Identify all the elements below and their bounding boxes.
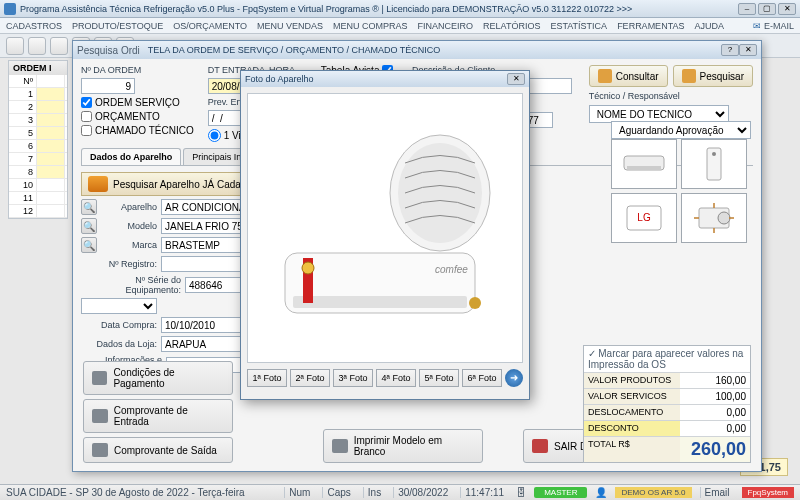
status-master: MASTER bbox=[534, 487, 587, 498]
chk-chamado[interactable]: CHAMADO TÉCNICO bbox=[81, 125, 194, 136]
chk-ordem-servico[interactable]: ORDEM SERVIÇO bbox=[81, 97, 194, 108]
status-ins: Ins bbox=[363, 487, 385, 498]
statusbar: SUA CIDADE - SP 30 de Agosto de 2022 - T… bbox=[0, 484, 800, 500]
toolbar-btn-1[interactable] bbox=[6, 37, 24, 55]
menu-ferramentas[interactable]: FERRAMENTAS bbox=[617, 21, 684, 31]
pesquisar-button[interactable]: Pesquisar bbox=[673, 65, 753, 87]
dialog-title: TELA DA ORDEM DE SERVIÇO / ORÇAMENTO / C… bbox=[148, 45, 721, 55]
photo-btn-3[interactable]: 3ª Foto bbox=[333, 369, 373, 387]
marca-lookup-icon[interactable]: 🔍 bbox=[81, 237, 97, 253]
photo-modal-title: Foto do Aparelho bbox=[245, 74, 507, 84]
minimize-button[interactable]: – bbox=[738, 3, 756, 15]
printer-icon bbox=[332, 439, 348, 453]
svg-rect-1 bbox=[627, 166, 661, 169]
thumb-3[interactable]: LG bbox=[611, 193, 677, 243]
app-title: Programa Assistência Técnica Refrigeraçã… bbox=[20, 4, 738, 14]
thumb-1[interactable] bbox=[611, 139, 677, 189]
menu-cadastros[interactable]: CADASTROS bbox=[6, 21, 62, 31]
search-icon bbox=[598, 69, 612, 83]
search-icon bbox=[682, 69, 696, 83]
photo-image: comfee bbox=[247, 93, 523, 363]
status-email[interactable]: Email bbox=[700, 487, 734, 498]
toolbar-btn-2[interactable] bbox=[28, 37, 46, 55]
thumbnail-grid: LG bbox=[611, 139, 751, 243]
order-no-label: Nº DA ORDEM bbox=[81, 65, 194, 75]
thumb-2[interactable] bbox=[681, 139, 747, 189]
ac-icon bbox=[88, 176, 108, 192]
photo-btn-6[interactable]: 6ª Foto bbox=[462, 369, 502, 387]
photo-next-arrow-icon[interactable]: ➜ bbox=[505, 369, 523, 387]
menu-ajuda[interactable]: AJUDA bbox=[694, 21, 724, 31]
svg-point-7 bbox=[718, 212, 730, 224]
desconto: 0,00 bbox=[680, 421, 750, 436]
photo-close-button[interactable]: ✕ bbox=[507, 73, 525, 85]
dialog-help-button[interactable]: ? bbox=[721, 44, 739, 56]
totals-print-check[interactable]: ✓ bbox=[588, 348, 596, 359]
email-button[interactable]: ✉ E-MAIL bbox=[753, 21, 794, 31]
svg-text:LG: LG bbox=[637, 212, 651, 223]
photo-btn-5[interactable]: 5ª Foto bbox=[419, 369, 459, 387]
status-select[interactable]: Aguardando Aprovação bbox=[611, 121, 751, 139]
maximize-button[interactable]: ▢ bbox=[758, 3, 776, 15]
search-order-label: Pesquisa Ordi bbox=[77, 45, 140, 56]
modelo-lookup-icon[interactable]: 🔍 bbox=[81, 218, 97, 234]
status-db-icon: 🗄 bbox=[516, 487, 526, 498]
close-button[interactable]: ✕ bbox=[778, 3, 796, 15]
deslocamento: 0,00 bbox=[680, 405, 750, 420]
thumb-4[interactable] bbox=[681, 193, 747, 243]
menu-produto[interactable]: PRODUTO/ESTOQUE bbox=[72, 21, 163, 31]
tecnico-label: Técnico / Responsável bbox=[589, 91, 753, 101]
menu-vendas[interactable]: MENU VENDAS bbox=[257, 21, 323, 31]
status-date: 30/08/2022 bbox=[393, 487, 452, 498]
status-user-icon: 👤 bbox=[595, 487, 607, 498]
app-icon bbox=[4, 3, 16, 15]
photo-modal: Foto do Aparelho ✕ comfee 1ª Foto 2ª Fot… bbox=[240, 70, 530, 400]
comprovante-entrada-button[interactable]: Comprovante de Entrada bbox=[83, 399, 233, 433]
photo-btn-4[interactable]: 4ª Foto bbox=[376, 369, 416, 387]
receipt-in-icon bbox=[92, 409, 108, 423]
aparelho-lookup-icon[interactable]: 🔍 bbox=[81, 199, 97, 215]
exit-icon bbox=[532, 439, 548, 453]
status-caps: Caps bbox=[322, 487, 354, 498]
menu-compras[interactable]: MENU COMPRAS bbox=[333, 21, 408, 31]
imprimir-branco-button[interactable]: Imprimir Modelo em Branco bbox=[323, 429, 483, 463]
menu-financeiro[interactable]: FINANCEIRO bbox=[418, 21, 474, 31]
svg-point-3 bbox=[712, 152, 716, 156]
menu-os[interactable]: OS/ORÇAMENTO bbox=[173, 21, 247, 31]
valor-produtos: 160,00 bbox=[680, 373, 750, 388]
menu-relatorios[interactable]: RELATÓRIOS bbox=[483, 21, 540, 31]
order-no-input[interactable] bbox=[81, 78, 135, 94]
status-location: SUA CIDADE - SP 30 de Agosto de 2022 - T… bbox=[6, 487, 245, 498]
toolbar-btn-3[interactable] bbox=[50, 37, 68, 55]
photo-btn-2[interactable]: 2ª Foto bbox=[290, 369, 330, 387]
menu-estatistica[interactable]: ESTATÍSTICA bbox=[550, 21, 607, 31]
main-titlebar: Programa Assistência Técnica Refrigeraçã… bbox=[0, 0, 800, 18]
svg-rect-11 bbox=[293, 296, 467, 308]
dialog-close-button[interactable]: ✕ bbox=[739, 44, 757, 56]
svg-text:comfee: comfee bbox=[435, 264, 468, 275]
chk-orcamento[interactable]: ORÇAMENTO bbox=[81, 111, 194, 122]
extra-combo[interactable] bbox=[81, 298, 157, 314]
comprovante-saida-button[interactable]: Comprovante de Saída bbox=[83, 437, 233, 463]
tab-dados-aparelho[interactable]: Dados do Aparelho bbox=[81, 148, 181, 165]
menubar: CADASTROS PRODUTO/ESTOQUE OS/ORÇAMENTO M… bbox=[0, 18, 800, 34]
status-fpqsystem[interactable]: FpqSystem bbox=[742, 487, 794, 498]
totals-panel: ✓ Marcar para aparecer valores na Impres… bbox=[583, 345, 751, 463]
status-demo: DEMO OS AR 5.0 bbox=[615, 487, 691, 498]
photo-btn-1[interactable]: 1ª Foto bbox=[247, 369, 287, 387]
status-num: Num bbox=[284, 487, 314, 498]
receipt-out-icon bbox=[92, 443, 108, 457]
bg-order-grid: ORDEM I Nº 1 2 3 5 6 7 8 10 11 12 bbox=[8, 60, 68, 219]
bg-grid-header: ORDEM I bbox=[9, 61, 67, 75]
svg-point-9 bbox=[398, 143, 482, 243]
condicoes-pagamento-button[interactable]: Condições de Pagamento bbox=[83, 361, 233, 395]
svg-point-14 bbox=[469, 297, 481, 309]
status-time: 11:47:11 bbox=[460, 487, 508, 498]
consultar-button[interactable]: Consultar bbox=[589, 65, 668, 87]
total-value: 260,00 bbox=[680, 437, 750, 462]
valor-servicos: 100,00 bbox=[680, 389, 750, 404]
svg-point-13 bbox=[302, 262, 314, 274]
payment-icon bbox=[92, 371, 107, 385]
dialog-titlebar: Pesquisa Ordi TELA DA ORDEM DE SERVIÇO /… bbox=[73, 41, 761, 59]
